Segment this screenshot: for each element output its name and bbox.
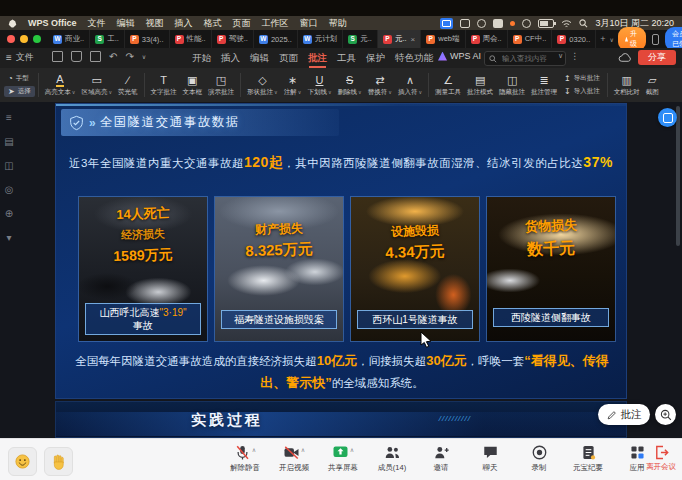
measure-tool[interactable]: ∠测量工具	[432, 74, 464, 97]
more-panel-icon[interactable]: ▾	[6, 232, 11, 243]
leave-meeting-button[interactable]: 离开会议	[646, 444, 676, 472]
find-prev-chevron-icon[interactable]: ∨	[558, 52, 563, 60]
annotation-manager-button[interactable]: ≣批注管理	[528, 74, 560, 97]
annotate-mode-button[interactable]: ▤批注模式	[464, 74, 496, 97]
ribbon-tab-protect[interactable]: 保护	[366, 48, 385, 68]
yuanbao-notes-button[interactable]: 元宝纪要	[567, 444, 609, 473]
share-screen-button[interactable]: ∧ 共享屏幕	[322, 444, 364, 473]
ribbon-tab-tools[interactable]: 工具	[337, 48, 356, 68]
document-tab[interactable]: P驾驶..	[212, 30, 254, 48]
ribbon-tab-home[interactable]: 开始	[192, 48, 211, 68]
spotlight-search-icon[interactable]	[579, 19, 588, 28]
minimize-window-button[interactable]	[20, 35, 28, 43]
screen-share-active-icon[interactable]	[440, 18, 453, 29]
area-highlight-tool[interactable]: ▭区域高亮∨	[78, 74, 115, 97]
menu-item-insert[interactable]: 插入	[175, 17, 193, 30]
find-box[interactable]	[484, 51, 566, 66]
document-compare-button[interactable]: ▥文档比对	[611, 74, 643, 97]
outline-icon[interactable]: ◫	[4, 160, 13, 171]
ribbon-tab-insert[interactable]: 插入	[221, 48, 240, 68]
document-tab[interactable]: W商业..	[48, 30, 90, 48]
export-icon[interactable]	[71, 51, 82, 62]
menu-item-page[interactable]: 页面	[233, 17, 251, 30]
share-button[interactable]: 分享	[638, 50, 676, 65]
menu-item-view[interactable]: 视图	[146, 17, 164, 30]
status-icon[interactable]	[477, 19, 486, 28]
document-tab[interactable]: S元..	[343, 30, 378, 48]
chat-button[interactable]: 聊天	[469, 444, 511, 473]
bookmark-icon[interactable]: ◎	[5, 184, 14, 195]
document-tab[interactable]: Pweb端	[421, 30, 465, 48]
battery-icon[interactable]	[538, 19, 554, 28]
document-tab[interactable]: PCF中..	[508, 30, 553, 48]
start-video-button[interactable]: ∧ 开启视频	[273, 444, 315, 473]
mic-options-caret-icon[interactable]: ∧	[252, 446, 256, 453]
control-center-icon[interactable]	[522, 19, 531, 28]
document-tab[interactable]: W2025..	[254, 30, 298, 48]
screenshot-button[interactable]: ▱截图	[643, 74, 662, 97]
zoom-in-button[interactable]	[655, 404, 676, 425]
more-options-icon[interactable]: ⋮	[570, 51, 579, 61]
select-tool-button[interactable]: ➤选择	[4, 86, 35, 97]
redo-icon[interactable]: ↷	[125, 51, 133, 62]
document-tab[interactable]: P性能..	[170, 30, 212, 48]
document-tab[interactable]: S工..	[90, 30, 125, 48]
document-tab[interactable]: W元计划	[298, 30, 344, 48]
text-box-tool[interactable]: ▣文本框	[180, 74, 206, 97]
meeting-annotate-button[interactable]: 批注	[598, 404, 650, 425]
shape-annotate-tool[interactable]: ◇形状批注∨	[244, 74, 281, 97]
vertical-scrollbar[interactable]	[676, 106, 680, 246]
new-tab-button[interactable]: +	[600, 34, 605, 44]
members-button[interactable]: 成员(14)	[371, 444, 413, 473]
marker-pen-tool[interactable]: ∕荧光笔	[115, 74, 141, 97]
recording-indicator-icon[interactable]	[510, 21, 515, 26]
strikethrough-tool[interactable]: S删除线∨	[335, 74, 365, 97]
insert-mark-tool[interactable]: ∧插入符∨	[395, 74, 425, 97]
hand-tool-button[interactable]: ◔手型	[4, 73, 35, 84]
display-icon[interactable]	[460, 19, 470, 28]
undo-icon[interactable]: ↶	[109, 51, 117, 62]
status-icon[interactable]	[493, 19, 503, 28]
text-comment-tool[interactable]: T文字批注	[148, 74, 180, 97]
wps-ai-button[interactable]: WPS AI	[438, 51, 481, 61]
save-icon[interactable]	[52, 51, 63, 62]
export-annotations-button[interactable]: ↥导出批注	[560, 73, 604, 84]
import-annotations-button[interactable]: ↧导入批注	[560, 86, 604, 97]
menu-item-format[interactable]: 格式	[204, 17, 222, 30]
invite-button[interactable]: 邀请	[420, 444, 462, 473]
ribbon-tab-features[interactable]: 特色功能	[395, 48, 433, 68]
underline-tool[interactable]: U下划线∨	[304, 74, 334, 97]
ribbon-tab-annotate-active[interactable]: 批注	[308, 48, 327, 68]
tab-list-chevron-icon[interactable]: ∨	[609, 36, 613, 43]
zoom-window-button[interactable]	[33, 35, 41, 43]
record-button[interactable]: 录制	[518, 444, 560, 473]
search-input[interactable]	[500, 53, 559, 64]
layout-switch-icon[interactable]	[652, 34, 659, 45]
cloud-sync-icon[interactable]	[618, 51, 632, 63]
quickbar-chevron-icon[interactable]: ∨	[142, 53, 146, 60]
hide-annotations-button[interactable]: ◫隐藏批注	[496, 74, 528, 97]
share-options-caret-icon[interactable]: ∧	[350, 446, 354, 453]
replace-mark-tool[interactable]: ⇄替换符∨	[365, 74, 395, 97]
attachment-icon[interactable]: ⊕	[5, 208, 13, 219]
wifi-icon[interactable]	[561, 19, 572, 28]
highlight-text-tool[interactable]: A高亮文本∨	[42, 74, 79, 97]
menu-item-window[interactable]: 窗口	[300, 17, 318, 30]
menu-item-workspace[interactable]: 工作区	[262, 17, 289, 30]
document-tab-active[interactable]: P元..×	[378, 30, 421, 48]
thumbnails-icon[interactable]: ▤	[4, 136, 13, 147]
panel-toggle-icon[interactable]: ≡	[6, 112, 12, 123]
menubar-app-name[interactable]: WPS Office	[28, 18, 77, 28]
ribbon-tab-edit[interactable]: 编辑	[250, 48, 269, 68]
menu-item-help[interactable]: 帮助	[329, 17, 347, 30]
close-tab-icon[interactable]: ×	[411, 35, 416, 44]
file-menu-button[interactable]: ≡文件	[6, 51, 34, 64]
close-window-button[interactable]	[7, 35, 15, 43]
raise-hand-button[interactable]	[44, 447, 73, 476]
ribbon-tab-page[interactable]: 页面	[279, 48, 298, 68]
emoji-reaction-button[interactable]	[8, 447, 37, 476]
demo-annotate-tool[interactable]: ◳演示批注	[205, 74, 237, 97]
ai-assistant-fab[interactable]	[658, 108, 677, 127]
unmute-button[interactable]: ∧ 解除静音	[224, 444, 266, 473]
menu-item-edit[interactable]: 编辑	[117, 17, 135, 30]
